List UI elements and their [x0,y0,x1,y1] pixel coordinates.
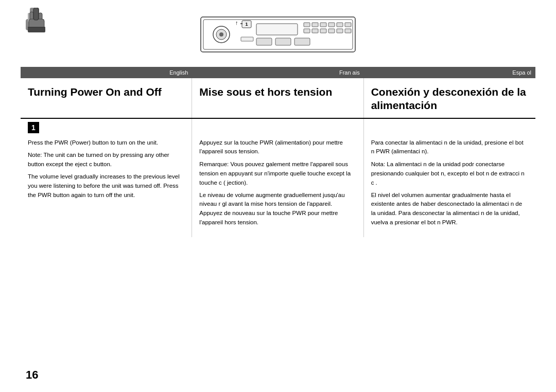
english-p1: Press the PWR (Power) button to turn on … [28,138,184,148]
french-note: Remarque: Vous pouvez galement mettre l'… [199,160,356,187]
titles-row: Turning Power On and Off Mise sous et ho… [21,78,535,118]
svg-rect-34 [294,38,310,45]
svg-point-14 [219,32,223,37]
step-body-french: Appuyez sur la touche PWR (alimentation)… [192,136,363,237]
step-body-spanish: Para conectar la alimentaci n de la unid… [364,136,535,237]
svg-rect-8 [28,27,45,32]
device-illustration: 1 ↑ [196,9,360,62]
spanish-note: Nota: La alimentaci n de la unidad podr … [371,160,528,187]
svg-rect-28 [320,29,326,33]
french-title: Mise sous et hors tension [199,85,356,99]
english-p2: The volume level gradually increases to … [28,172,184,200]
step-body-grid: Press the PWR (Power) button to turn on … [21,136,535,237]
svg-rect-23 [328,23,335,27]
svg-text:1: 1 [245,22,248,27]
svg-rect-21 [312,23,318,27]
french-p2: Le niveau de volume augmente graduelleme… [199,191,356,227]
page-container: 1 ↑ [0,0,556,392]
svg-rect-27 [312,29,318,33]
spanish-p2: El nivel del volumen aumentar gradualmen… [371,191,528,227]
svg-rect-22 [320,23,326,27]
svg-rect-29 [328,29,335,33]
top-section: 1 ↑ [0,0,556,67]
svg-rect-35 [241,37,253,41]
title-english: Turning Power On and Off [21,78,192,118]
step-header-english: 1 [21,119,192,136]
hand-icon-area [26,8,47,36]
svg-rect-7 [33,8,39,20]
svg-rect-20 [304,23,310,27]
svg-rect-24 [337,23,343,27]
svg-rect-30 [337,29,343,33]
step-header-spanish [364,119,535,136]
english-note: Note: The unit can be turned on by press… [28,151,184,169]
svg-text:↑: ↑ [235,20,238,26]
lang-spanish: Espa ol [364,69,535,76]
spanish-title: Conexión y desconexión de la alimentació… [371,85,528,113]
spanish-p1: Para conectar la alimentaci n de la unid… [371,138,528,157]
step-row: 1 [21,118,535,136]
english-title: Turning Power On and Off [28,85,184,99]
svg-rect-26 [304,29,310,33]
lang-french: Fran ais [192,69,363,76]
device-svg: 1 ↑ [196,9,360,61]
step-number: 1 [28,122,39,133]
language-bar: English Fran ais Espa ol [21,67,535,78]
svg-rect-19 [256,24,298,35]
svg-rect-25 [345,23,351,27]
step-header-french [192,119,363,136]
hand-icon [26,8,47,34]
step-body-english: Press the PWR (Power) button to turn on … [21,136,192,237]
page-number: 16 [26,368,38,382]
svg-rect-32 [256,38,272,45]
lang-english: English [21,69,192,76]
french-p1: Appuyez sur la touche PWR (alimentation)… [199,138,356,157]
svg-rect-31 [345,29,351,33]
title-spanish: Conexión y desconexión de la alimentació… [364,78,535,118]
title-french: Mise sous et hors tension [192,78,363,118]
svg-rect-33 [275,38,291,45]
